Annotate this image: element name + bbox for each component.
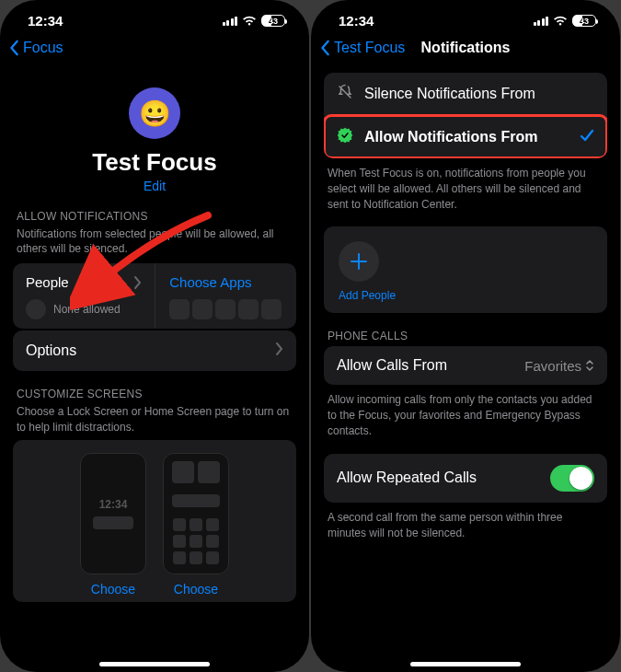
bell-slash-icon [337,84,353,104]
nav-bar: Focus [0,30,309,62]
people-tile[interactable]: People None allowed [13,263,153,329]
edit-button[interactable]: Edit [144,179,166,193]
focus-emoji-icon: 😀 [129,87,180,139]
focus-settings-screen: 12:34 43 Focus 😀 Test Focus Edit ALLOW N… [0,0,309,672]
choose-apps-tile[interactable]: Choose Apps [156,263,296,329]
options-label: Options [26,342,76,359]
back-label: Test Focus [334,40,405,56]
home-screen-preview[interactable] [163,453,229,574]
repeated-calls-toggle[interactable] [550,465,594,492]
repeated-calls-label: Allow Repeated Calls [337,469,539,486]
chevron-right-icon [134,276,142,293]
nav-bar: Test Focus Notifications [311,30,620,62]
allow-label: Allow Notifications From [364,129,569,145]
people-label: People [26,274,140,290]
notifications-settings-screen: 12:34 43 Test Focus Notifications Silenc… [311,0,620,672]
focus-title: Test Focus [92,148,216,177]
battery-icon: 43 [261,15,285,27]
back-button[interactable]: Focus [9,40,63,56]
customize-screens-subtitle: Choose a Lock Screen or Home Screen page… [17,404,293,434]
allow-notifications-note: When Test Focus is on, notifications fro… [328,166,604,212]
lock-screen-preview[interactable]: 12:34 [80,453,146,574]
allow-notifications-header: ALLOW NOTIFICATIONS [17,210,293,223]
allow-notifications-row[interactable]: Allow Notifications From [324,115,607,158]
cellular-icon [223,17,238,26]
choose-home-screen-button[interactable]: Choose [174,582,218,597]
allow-notifications-subtitle: Notifications from selected people will … [17,226,293,256]
wifi-icon [553,16,568,27]
home-indicator[interactable] [99,662,210,666]
choose-lock-screen-button[interactable]: Choose [91,582,135,597]
back-label: Focus [23,40,63,56]
allow-calls-note: Allow incoming calls from only the conta… [328,392,604,438]
allow-repeated-calls-row: Allow Repeated Calls [324,454,607,503]
status-bar: 12:34 43 [0,0,309,30]
cellular-icon [534,17,549,26]
silence-notifications-row[interactable]: Silence Notifications From [324,73,607,115]
customize-screens-header: CUSTOMIZE SCREENS [17,388,293,400]
badge-check-icon [337,127,353,147]
phone-calls-header: PHONE CALLS [328,330,604,342]
back-button[interactable]: Test Focus [320,40,405,56]
choose-apps-label: Choose Apps [169,274,283,290]
focus-header: 😀 Test Focus Edit [13,87,296,193]
add-people-button[interactable]: Add People [324,226,607,313]
allow-calls-value: Favorites [524,358,594,374]
allow-calls-label: Allow Calls From [337,357,513,374]
contact-placeholder-icon [26,299,46,319]
options-row[interactable]: Options [13,330,296,371]
none-allowed-label: None allowed [53,303,121,316]
add-people-label: Add People [339,289,396,302]
plus-icon [339,241,379,282]
status-bar: 12:34 43 [311,0,620,30]
home-indicator[interactable] [410,662,521,666]
allow-calls-from-row[interactable]: Allow Calls From Favorites [324,346,607,385]
app-placeholder-icons [169,299,283,319]
customize-screens-card: 12:34 Choose Choose [13,440,296,602]
status-time: 12:34 [28,13,63,29]
up-down-chevron-icon [585,359,594,372]
checkmark-icon [580,128,594,146]
silence-label: Silence Notifications From [364,86,594,102]
chevron-right-icon [276,342,283,359]
repeated-calls-note: A second call from the same person withi… [328,510,604,541]
wifi-icon [242,16,257,27]
battery-icon: 43 [572,15,596,27]
status-time: 12:34 [339,13,374,29]
